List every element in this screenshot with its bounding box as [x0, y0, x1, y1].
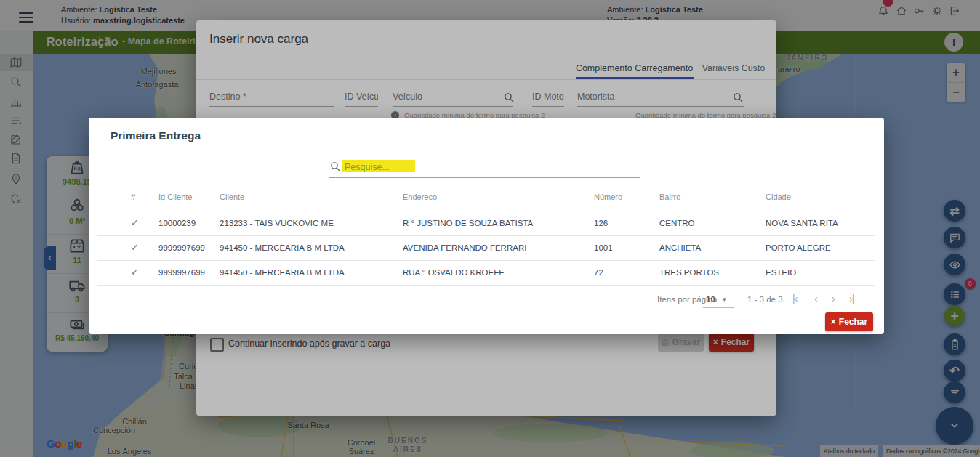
column-header[interactable]: Cidade [766, 193, 791, 201]
caret-down-icon[interactable]: ▾ [723, 296, 726, 303]
pagination-range: 1 - 3 de 3 [747, 295, 783, 304]
search-underline [329, 177, 640, 178]
first-page-icon[interactable]: |‹ [792, 293, 797, 304]
search-input[interactable] [343, 159, 644, 174]
table-row[interactable]: ✓ 9999997699 941450 - MERCEARIA B M LTDA… [89, 236, 884, 261]
row-check-icon: ✓ [131, 267, 139, 278]
column-header[interactable]: Número [594, 193, 622, 201]
table-row[interactable]: ✓ 9999997699 941450 - MERCEARIA B M LTDA… [89, 261, 884, 286]
column-header[interactable]: Cliente [220, 193, 244, 201]
modal-title: Primeira Entrega [111, 129, 201, 142]
next-page-icon[interactable]: › [832, 293, 835, 304]
cell-id-cliente: 9999997699 [158, 268, 205, 277]
column-header[interactable]: Bairro [659, 193, 680, 201]
close-icon: × [831, 317, 836, 327]
app-screen: Ambiente: Logística Teste Usuário: maxst… [0, 0, 980, 457]
cell-cliente: 941450 - MERCEARIA B M LTDA [220, 243, 345, 252]
close-label: Fechar [839, 317, 867, 327]
cell-cliente: 941450 - MERCEARIA B M LTDA [220, 268, 345, 277]
cell-numero: 1001 [594, 243, 613, 252]
close-button[interactable]: × Fechar [825, 312, 873, 331]
cell-bairro: TRES PORTOS [659, 268, 719, 277]
previous-page-icon[interactable]: ‹ [814, 293, 817, 304]
first-delivery-modal: Primeira Entrega # Id Cliente Cliente En… [89, 118, 884, 334]
column-header[interactable]: # [131, 193, 135, 201]
cell-cidade: NOVA SANTA RITA [766, 219, 838, 227]
column-header[interactable]: Id Cliente [158, 193, 192, 201]
cell-cidade: PORTO ALEGRE [766, 243, 831, 252]
cell-bairro: ANCHIETA [659, 243, 701, 252]
cell-numero: 126 [594, 219, 608, 227]
page-size-underline [703, 307, 734, 308]
cell-id-cliente: 9999997699 [158, 243, 205, 252]
cell-cidade: ESTEIO [766, 268, 796, 277]
cell-endereco: RUA ° OSVALDO KROEFF [403, 268, 504, 277]
column-header[interactable]: Endereco [403, 193, 437, 201]
cell-id-cliente: 10000239 [158, 219, 196, 227]
cell-numero: 72 [594, 268, 603, 277]
cell-bairro: CENTRO [659, 219, 695, 227]
table-row[interactable]: ✓ 10000239 213233 - TAIS VUCKOVIC ME R °… [89, 211, 884, 236]
divider [97, 285, 875, 286]
cell-endereco: AVENIDA FERNANDO FERRARI [403, 243, 526, 252]
search-icon [330, 161, 341, 172]
cell-cliente: 213233 - TAIS VUCKOVIC ME [220, 219, 334, 227]
cell-endereco: R ° JUSTINO DE SOUZA BATISTA [403, 219, 533, 227]
last-page-icon[interactable]: ›| [849, 293, 854, 304]
page-size-select[interactable]: 10 [706, 295, 715, 304]
row-check-icon: ✓ [131, 217, 139, 228]
row-check-icon: ✓ [131, 242, 139, 253]
